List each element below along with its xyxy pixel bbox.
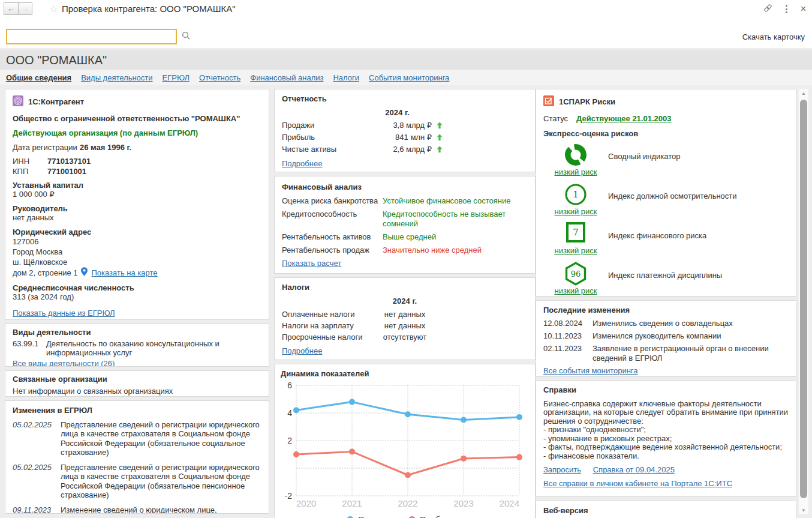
taxes-more-link[interactable]: Подробнее: [282, 346, 322, 355]
company-full-name: Общество с ограниченной ответственностью…: [13, 114, 261, 123]
risk-indicator: низкий риск Сводный индикатор: [543, 143, 789, 180]
related-orgs-empty-text: Нет информации о связанных организациях: [13, 387, 261, 396]
trend-up-icon: [435, 121, 444, 130]
portal-certificates-link[interactable]: Все справки в личном кабинете на Портале…: [543, 479, 732, 488]
reporting-more-link[interactable]: Подробнее: [282, 159, 322, 168]
dated-certificate-link[interactable]: Справка от 09.04.2025: [593, 465, 675, 474]
all-monitoring-events-link[interactable]: Все события мониторинга: [543, 366, 638, 375]
certificates-title: Справки: [543, 386, 789, 395]
certificates-description: Бизнес-справка содержит ключевые факторы…: [543, 400, 789, 461]
event-date: 12.08.2024: [543, 319, 593, 328]
change-text: Изменение сведений о юридическом лице, с…: [61, 505, 261, 514]
right-column: 1СПАРК Риски Статус Действующее 21.01.20…: [536, 89, 796, 518]
svg-text:Продажи: Продажи: [358, 515, 393, 518]
payment-discipline-hexagon-icon: 96: [564, 262, 588, 286]
list-item: 10.11.2023 Изменился руководитель компан…: [543, 331, 789, 341]
reporting-row-value: 2,6 млрд ₽: [363, 143, 432, 155]
change-text: Представление сведений о регистрации юри…: [61, 420, 261, 457]
tab-activities[interactable]: Виды деятельности: [81, 73, 152, 82]
reporting-year: 2024 г.: [282, 108, 432, 117]
back-button[interactable]: ←: [4, 2, 18, 15]
scroll-up-arrow[interactable]: ▲: [799, 89, 808, 97]
latest-changes-title: Последние изменения: [543, 306, 789, 315]
tab-egrul[interactable]: ЕГРЮЛ: [163, 73, 190, 82]
request-certificate-link[interactable]: Запросить: [543, 465, 581, 474]
risk-indicator: 1 низкий риск Индекс должной осмотритель…: [543, 182, 789, 220]
company-status: Действующая организация (по данным ЕГРЮЛ…: [13, 128, 261, 137]
capital-label: Уставный капитал: [13, 181, 261, 190]
get-link-icon[interactable]: [763, 4, 772, 14]
left-column: 1С:Контрагент Общество с ограниченной от…: [5, 89, 269, 517]
headcount-value: 313 (за 2024 год): [13, 292, 261, 301]
spark-risks-card: 1СПАРК Риски Статус Действующее 21.01.20…: [536, 89, 796, 297]
table-row: Налоги на зарплату нет данных: [282, 320, 528, 331]
capital-value: 1 000 000 ₽: [13, 190, 261, 199]
risk-level-link[interactable]: низкий риск: [555, 207, 597, 216]
web-version-title: Веб-версия: [543, 506, 789, 515]
svg-text:2021: 2021: [342, 498, 362, 508]
chart-title: Динамика показателей: [281, 369, 529, 378]
page-title: ООО "РОМАШКА": [6, 53, 107, 67]
table-row: Продажи 3,8 млрд ₽: [282, 119, 528, 131]
tab-taxes[interactable]: Налоги: [333, 73, 359, 82]
web-version-card: Веб-версия: [536, 501, 796, 518]
scrollbar-thumb[interactable]: [800, 100, 807, 498]
back-arrow-icon: ←: [7, 4, 15, 13]
indicator-label: Индекс должной осмотрительности: [608, 182, 737, 220]
search-icon[interactable]: [182, 31, 191, 42]
search-input[interactable]: [6, 29, 177, 44]
list-item: 02.11.2023 Заявление в регистрационный о…: [543, 344, 789, 363]
change-text: Представление сведений о регистрации юри…: [61, 463, 261, 500]
change-date: 05.02.2025: [13, 420, 61, 457]
certificates-card: Справки Бизнес-справка содержит ключевые…: [536, 381, 796, 497]
reporting-row-label: Чистые активы: [282, 143, 363, 155]
summary-indicator-donut-icon: [564, 143, 588, 167]
reporting-card: Отчетность 2024 г. Продажи 3,8 млрд ₽ Пр…: [274, 89, 536, 172]
indicator-value: 7: [573, 227, 579, 238]
svg-text:4: 4: [287, 408, 292, 418]
taxes-card: Налоги 2024 г. Оплаченные налоги нет дан…: [274, 277, 536, 360]
tab-monitoring[interactable]: События мониторинга: [369, 73, 449, 82]
taxes-year: 2024 г.: [282, 297, 438, 306]
fin-row-label: Рентабельность активов: [282, 232, 383, 242]
download-card-button[interactable]: Скачать карточку: [742, 32, 805, 41]
tab-general[interactable]: Общие сведения: [6, 73, 71, 82]
fin-analysis-card: Финансовый анализ Оценка риска банкротст…: [274, 176, 536, 274]
list-item: 05.02.2025 Представление сведений о реги…: [13, 420, 261, 457]
event-text: Изменился руководитель компании: [593, 331, 721, 341]
show-calculation-link[interactable]: Показать расчет: [282, 259, 341, 268]
table-row: Оценка риска банкротства Устойчивое фина…: [282, 196, 528, 206]
svg-text:2020: 2020: [296, 498, 316, 508]
taxes-title: Налоги: [282, 283, 528, 292]
tax-row-label: Налоги на зарплату: [282, 320, 372, 331]
toolbar: Скачать карточку: [0, 18, 812, 48]
indicator-label: Сводный индикатор: [608, 143, 681, 180]
forward-button[interactable]: →: [18, 2, 32, 15]
table-row: Прибыль 841 млн ₽: [282, 131, 528, 143]
risk-level-link[interactable]: низкий риск: [555, 167, 597, 176]
table-row: Просроченные налоги отсутствуют: [282, 331, 528, 343]
show-on-map-link[interactable]: Показать на карте: [91, 268, 157, 277]
vertical-scrollbar[interactable]: ▲ ▼: [799, 89, 808, 514]
tab-bar: Общие сведения Виды деятельности ЕГРЮЛ О…: [0, 70, 812, 85]
status-link[interactable]: Действующее 21.01.2003: [576, 114, 671, 123]
fin-row-value: Кредитоспособность не вызывает сомнений: [383, 209, 528, 229]
main-content: 1С:Контрагент Общество с ограниченной от…: [0, 85, 812, 518]
more-menu-icon[interactable]: [783, 4, 790, 14]
all-activities-link[interactable]: Все виды деятельности (26): [13, 359, 115, 367]
related-orgs-title: Связанные организации: [13, 375, 261, 384]
scroll-down-arrow[interactable]: ▼: [799, 506, 808, 514]
due-diligence-circle-icon: 1: [564, 182, 588, 206]
trend-up-icon: [435, 133, 444, 142]
reporting-row-label: Прибыль: [282, 131, 363, 143]
risk-level-link[interactable]: низкий риск: [555, 246, 597, 255]
tax-row-label: Просроченные налоги: [282, 331, 372, 343]
trend-up-icon: [435, 145, 444, 154]
show-egrul-data-link[interactable]: Показать данные из ЕГРЮЛ: [13, 309, 115, 318]
tab-reporting[interactable]: Отчетность: [199, 73, 240, 82]
close-icon[interactable]: ×: [801, 5, 806, 13]
favorite-star-icon[interactable]: ☆: [49, 3, 58, 14]
risk-level-link[interactable]: низкий риск: [555, 286, 597, 295]
list-item: 05.02.2025 Представление сведений о реги…: [13, 463, 261, 500]
tab-fin-analysis[interactable]: Финансовый анализ: [250, 73, 323, 82]
